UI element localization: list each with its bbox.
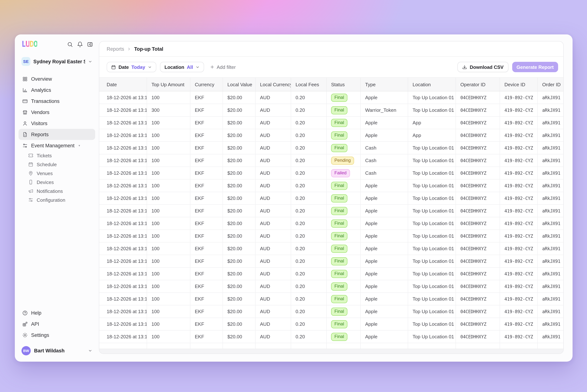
- table-row[interactable]: 18-12-2026 at 13:12…100EKF$20.00AUD0.20F…: [99, 167, 563, 180]
- cell-date: 18-12-2026 at 13:12…: [99, 230, 147, 242]
- cell-order_id: aRkJX91: [538, 230, 563, 242]
- table-row[interactable]: 18-12-2026 at 13:12…100EKF$20.00AUD0.20F…: [99, 280, 563, 293]
- cell-type: Warrior_Token: [361, 104, 408, 116]
- cell-amount: 100: [147, 280, 190, 293]
- table-row[interactable]: 18-12-2026 at 13:12…100EKF$20.00AUD0.20F…: [99, 268, 563, 280]
- breadcrumb-reports[interactable]: Reports: [107, 46, 124, 52]
- table-row[interactable]: 18-12-2026 at 13:12…100EKF$20.00AUD0.20F…: [99, 318, 563, 330]
- user-menu[interactable]: BW Bart Wildash: [19, 344, 95, 357]
- cell-device_id: 419-892-CYZ: [500, 192, 538, 205]
- sidebar-item-overview[interactable]: Overview: [19, 73, 95, 84]
- download-csv-button[interactable]: Download CSV: [457, 62, 508, 72]
- table-row[interactable]: 18-12-2026 at 13:12…100EKF$20.00AUD0.20F…: [99, 306, 563, 318]
- sidebar-item-transactions[interactable]: Transactions: [19, 96, 95, 106]
- cell-device_id: 419-892-CYZ: [500, 280, 538, 293]
- collapse-sidebar-icon[interactable]: [87, 41, 93, 47]
- cell-date: 18-12-2026 at 13:12…: [99, 104, 147, 116]
- cell-operator_id: 04CEDHHXYZ: [456, 154, 500, 167]
- table-row[interactable]: 18-12-2026 at 13:12…100EKF$20.00AUD0.20F…: [99, 293, 563, 306]
- user-name: Bart Wildash: [34, 348, 85, 354]
- cell-order_id: aRkJX91: [538, 217, 563, 230]
- location-filter-value: All: [187, 64, 193, 70]
- cell-amount: 100: [147, 129, 190, 142]
- cell-amount: 100: [147, 180, 190, 192]
- cell-local_fees: 0.20: [291, 104, 327, 116]
- sidebar-item-reports[interactable]: Reports: [19, 129, 95, 140]
- sidebar-item-label: Vendors: [31, 110, 50, 115]
- sidebar-item-analytics[interactable]: Analytics: [19, 84, 95, 96]
- sidebar-item-label: Schedule: [37, 162, 57, 167]
- cell-operator_id: 04CEDHHXYZ: [456, 205, 500, 217]
- column-header-date: Date: [99, 77, 147, 92]
- cell-amount: 100: [147, 192, 190, 205]
- table-row[interactable]: 18-12-2026 at 13:12…100EKF$20.00AUD0.20F…: [99, 129, 563, 142]
- cell-device_id: 419-892-CYZ: [500, 104, 538, 116]
- table-row[interactable]: 18-12-2026 at 13:12…100EKF$20.00AUD0.20F…: [99, 116, 563, 129]
- card-icon: [22, 98, 28, 104]
- table-header-row: DateTop Up AmountCurrencyLocal ValueLoca…: [99, 77, 563, 92]
- table-row[interactable]: 18-12-2026 at 13:12…100EKF$20.00AUD0.20F…: [99, 180, 563, 192]
- generate-report-button[interactable]: Generate Report: [512, 62, 558, 72]
- sidebar-item-visitors[interactable]: Visitors: [19, 118, 95, 129]
- sidebar-item-notifications[interactable]: Notifications: [19, 186, 95, 196]
- chevron-down-icon: [148, 65, 152, 69]
- column-header-status: Status: [327, 77, 361, 92]
- table-row[interactable]: 18-12-2026 at 13:12…100EKF$20.00AUD0.20F…: [99, 142, 563, 154]
- table-row[interactable]: 18-12-2026 at 13:12…100EKF$20.00AUD0.20F…: [99, 255, 563, 268]
- horizontal-scrollbar[interactable]: [99, 349, 563, 354]
- sidebar-item-venues[interactable]: Venues: [19, 169, 95, 178]
- cell-date: 18-12-2026 at 13:12…: [99, 180, 147, 192]
- sidebar-item-label: Transactions: [31, 98, 60, 104]
- table-row[interactable]: 18-12-2026 at 13:12…300EKF$20.00AUD0.20F…: [99, 104, 563, 116]
- sidebar-item-tickets[interactable]: Tickets: [19, 151, 95, 160]
- pin-icon: [28, 171, 33, 176]
- org-switcher[interactable]: SE Sydney Royal Easter S…: [19, 56, 95, 67]
- cell-amount: 100: [147, 217, 190, 230]
- cell-local_fees: 0.20: [291, 268, 327, 280]
- cell-currency: EKF: [190, 280, 223, 293]
- table-row[interactable]: 18-12-2026 at 13:12…100EKF$20.00AUD0.20F…: [99, 217, 563, 230]
- cell-type: Cash: [361, 154, 408, 167]
- cell-status: Final: [327, 280, 361, 293]
- cell-location: App: [408, 129, 456, 142]
- add-filter-button[interactable]: Add filter: [210, 64, 236, 70]
- table-row[interactable]: 18-12-2026 at 13:12…100EKF$20.00AUD0.20F…: [99, 230, 563, 242]
- column-header-location: Location: [408, 77, 456, 92]
- table-row[interactable]: 18-12-2026 at 13:12…100EKF$20.00AUD0.20F…: [99, 205, 563, 217]
- sidebar-item-configuration[interactable]: Configuration: [19, 196, 95, 204]
- sidebar-item-schedule[interactable]: Schedule: [19, 160, 95, 169]
- status-badge: Final: [331, 320, 347, 328]
- cell-amount: 100: [147, 268, 190, 280]
- sidebar-item-settings[interactable]: Settings: [19, 330, 95, 340]
- cell-device_id: 419-892-CYZ: [500, 129, 538, 142]
- table-row[interactable]: 18-12-2026 at 13:12…100EKF$20.00AUD0.20F…: [99, 92, 563, 104]
- sidebar-nav: OverviewAnalyticsTransactionsVendorsVisi…: [19, 73, 95, 204]
- column-header-currency: Currency: [190, 77, 223, 92]
- cell-type: Apple: [361, 318, 408, 330]
- search-icon[interactable]: [67, 41, 73, 47]
- table-row[interactable]: 18-12-2026 at 13:12…100EKF$20.00AUD0.20F…: [99, 330, 563, 343]
- cell-amount: 100: [147, 330, 190, 343]
- table-row[interactable]: 18-12-2026 at 13:12…100EKF$20.00AUD0.20F…: [99, 242, 563, 255]
- help-icon: [22, 310, 28, 316]
- status-badge: Final: [331, 207, 347, 215]
- bell-icon[interactable]: [77, 41, 83, 47]
- cell-local_value: $20.00: [223, 154, 256, 167]
- cell-local_fees: 0.20: [291, 205, 327, 217]
- sidebar-item-help[interactable]: Help: [19, 307, 95, 318]
- cell-status: Final: [327, 293, 361, 306]
- page: LUDO SE Sydney Royal Easter S… OverviewA…: [0, 0, 587, 392]
- sidebar-item-api[interactable]: API: [19, 318, 95, 330]
- cell-location: Top Up Location 01: [408, 318, 456, 330]
- user-icon: [22, 120, 28, 126]
- table-row[interactable]: 18-12-2026 at 13:12…100EKF$20.00AUD0.20F…: [99, 192, 563, 205]
- cell-status: Final: [327, 129, 361, 142]
- cell-device_id: 419-892-CYZ: [500, 306, 538, 318]
- location-filter-chip[interactable]: Location All: [160, 62, 204, 72]
- date-filter-chip[interactable]: Date Today: [107, 62, 156, 72]
- cell-local_fees: 0.20: [291, 167, 327, 180]
- sidebar-item-devices[interactable]: Devices: [19, 178, 95, 186]
- sidebar-item-event-management[interactable]: Event Management▾: [19, 140, 95, 151]
- sidebar-item-vendors[interactable]: Vendors: [19, 106, 95, 118]
- table-row[interactable]: 18-12-2026 at 13:12…100EKF$20.00AUD0.20P…: [99, 154, 563, 167]
